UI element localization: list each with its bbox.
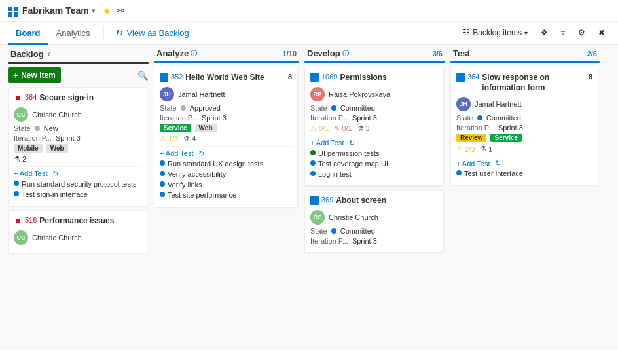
team-chevron-icon[interactable]: ▾ <box>92 7 96 15</box>
warning-icon-352: ⚠ <box>160 135 166 143</box>
favorite-star-icon[interactable]: ★ <box>102 5 111 17</box>
link-icon-384[interactable]: ↻ <box>52 170 58 178</box>
beaker-value-364: 1 <box>488 145 492 153</box>
task-dot-2-352 <box>160 171 165 176</box>
actions-352: + Add Test ↻ <box>160 149 292 158</box>
beaker-metric-352: ⚗ 4 <box>183 135 196 143</box>
card-title-352[interactable]: Hello World Web Site <box>185 73 264 83</box>
avatar-384: CC <box>14 107 28 122</box>
backlog-cards-scroll: ■ 384 Secure sign-in CC Christie Church … <box>8 87 149 344</box>
state-label-369: State <box>310 227 327 235</box>
iteration-label-352: Iteration P... <box>160 114 198 122</box>
beaker-metric-364: ⚗ 1 <box>480 145 492 153</box>
iteration-row-369: Iteration P... Sprint 3 <box>310 237 438 245</box>
analyze-title: Analyze <box>156 48 189 58</box>
tag-service-352[interactable]: Service <box>160 124 191 132</box>
filter-button[interactable]: ▿ <box>556 26 570 40</box>
card-title-516[interactable]: Performance issues <box>39 216 114 227</box>
develop-info-icon[interactable]: ⓘ <box>342 49 349 58</box>
backlog-title: Backlog <box>10 49 44 59</box>
tab-analytics[interactable]: Analytics <box>48 22 98 45</box>
state-dot-369 <box>331 228 336 234</box>
tag-web-384[interactable]: Web <box>46 144 68 153</box>
column-backlog: Backlog ‹ + New item 🔍 ■ 384 Secure sign… <box>8 45 149 344</box>
person-row-369: CC Christie Church <box>310 210 438 225</box>
task-1-364: Test user interface <box>456 169 592 178</box>
beaker-icon-384: ⚗ <box>14 155 20 164</box>
tag-web-352[interactable]: Web <box>195 124 217 132</box>
settings-sliders-button[interactable]: ❖ <box>536 26 553 40</box>
card-title-384[interactable]: Secure sign-in <box>39 93 94 103</box>
add-test-364[interactable]: + Add Test <box>456 160 490 168</box>
expand-icon: ✖ <box>598 28 605 37</box>
state-row-364: State Committed <box>456 114 592 122</box>
settings-button[interactable]: ⚙ <box>573 26 591 40</box>
tags-row-352: Service Web <box>160 124 292 132</box>
pencil-metric-1069: ✎ 0/1 <box>334 124 352 133</box>
link-icon-352[interactable]: ↻ <box>198 149 204 158</box>
new-item-button[interactable]: + New item <box>8 67 61 83</box>
beaker-value-1069: 3 <box>366 124 370 132</box>
iteration-row-364: Iteration P... Sprint 3 <box>456 124 592 132</box>
warning-icon-364: ⚠ <box>456 145 463 153</box>
person-name-369: Christie Church <box>329 213 378 221</box>
person-row-516: CC Christie Church <box>14 230 141 245</box>
story-icon-1069 <box>310 73 319 82</box>
task-dot-4-352 <box>160 192 165 197</box>
pencil-value-1069: 0/1 <box>342 124 352 132</box>
add-test-384[interactable]: + Add Test <box>14 170 47 177</box>
link-icon-364[interactable]: ↻ <box>495 159 501 168</box>
card-title-364[interactable]: Slow response on information form <box>482 73 586 93</box>
card-title-369[interactable]: About screen <box>336 196 386 206</box>
tag-review-364[interactable]: Review <box>456 134 486 142</box>
task-dot-2-1069 <box>310 160 316 166</box>
search-button[interactable]: 🔍 <box>137 71 149 81</box>
backlog-collapse-button[interactable]: ‹ <box>48 48 51 59</box>
backlog-items-button[interactable]: ☷ Backlog items ▾ <box>458 26 533 40</box>
tag-mobile-384[interactable]: Mobile <box>14 144 43 153</box>
avatar-369: CC <box>310 210 325 225</box>
state-value-1069: Committed <box>340 104 375 112</box>
person-row-352: JH Jamal Hartnett <box>160 87 292 101</box>
state-label-364: State <box>456 114 473 122</box>
story-icon-369 <box>310 196 319 205</box>
metrics-352: ⚠ 1/3 ⚗ 4 <box>160 135 292 143</box>
divider-352 <box>160 146 292 147</box>
sprint-value-352: Sprint 3 <box>202 114 227 122</box>
state-value-364: Committed <box>486 114 521 122</box>
grid-icon <box>8 4 18 17</box>
badge-352: 8 <box>288 73 292 81</box>
warning-value-1069: 0/1 <box>319 124 329 132</box>
test-top-line <box>450 61 600 63</box>
new-item-row: + New item 🔍 <box>8 67 149 83</box>
task-2-1069: Test coverage map UI <box>310 159 438 168</box>
card-title-1069[interactable]: Permissions <box>340 73 386 83</box>
warning-metric-364: ⚠ 2/3 <box>456 145 475 153</box>
sliders-icon: ❖ <box>541 28 548 37</box>
iteration-label-1069: Iteration P... <box>310 114 348 122</box>
analyze-info-icon[interactable]: ⓘ <box>191 49 197 58</box>
team-members-icon[interactable]: ⚯ <box>117 5 124 16</box>
divider-364 <box>456 156 592 156</box>
task-text-3-1069: Log in test <box>318 170 352 179</box>
nav-right-actions: ☷ Backlog items ▾ ❖ ▿ ⚙ ✖ <box>458 26 610 40</box>
add-test-1069[interactable]: + Add Test <box>310 139 344 147</box>
card-1069: 1069 Permissions RP Raisa Pokrovskaya St… <box>304 67 444 186</box>
add-test-352[interactable]: + Add Test <box>160 149 193 157</box>
card-516: ■ 516 Performance issues CC Christie Chu… <box>8 210 147 253</box>
link-icon-1069[interactable]: ↻ <box>349 139 355 147</box>
beaker-icon-364: ⚗ <box>480 145 486 153</box>
iteration-row-384: Iteration P... Sprint 3 <box>14 134 141 142</box>
test-cards-scroll: 364 Slow response on information form 8 … <box>450 67 600 344</box>
state-dot-384 <box>35 126 40 131</box>
iteration-label-369: Iteration P... <box>310 237 348 245</box>
expand-button[interactable]: ✖ <box>593 26 610 40</box>
beaker-value-384: 2 <box>22 155 26 163</box>
card-id-369: 369 <box>321 196 333 204</box>
state-value-352: Approved <box>190 104 221 112</box>
beaker-icon-352: ⚗ <box>183 135 190 143</box>
analyze-column-header: Analyze ⓘ 1/10 <box>154 45 299 61</box>
view-as-backlog-button[interactable]: ↻ View as Backlog <box>109 24 196 42</box>
tag-service-364[interactable]: Service <box>490 134 522 142</box>
tab-board[interactable]: Board <box>8 22 48 45</box>
